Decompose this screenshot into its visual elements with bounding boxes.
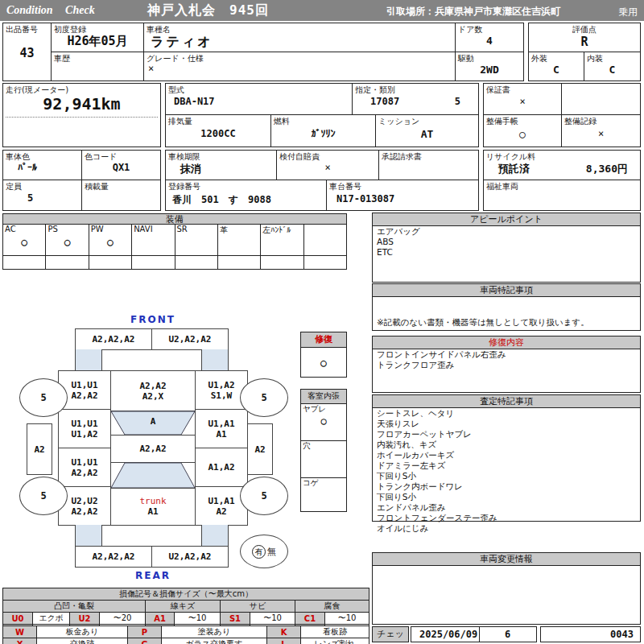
appeal-item: ETC [373, 247, 640, 258]
inspection-value: 抹消 [180, 162, 201, 176]
legend-mark-code: X [3, 638, 37, 644]
drive-cell: 駆動 2WD [455, 52, 524, 81]
left-side-sill-codes: A2 [34, 444, 44, 455]
registration-number-cell: 登録番号 香川 501 す 9088 [165, 180, 327, 211]
equipment-row: AC ○ PS ○ PW ○ NAVI SR 革 左ﾊﾝﾄﾞﾙ [2, 224, 347, 256]
vehicle-class: 乗用 [618, 6, 638, 19]
exterior-grade-label: 外装 [531, 53, 547, 64]
rear-right-door-cell: A1,A2 [195, 448, 248, 487]
rear-bumper-left-cell: A2,A2,A2 [75, 546, 152, 568]
equipment-cell-spare [304, 225, 346, 255]
equipment-header: 装備 [2, 213, 347, 225]
repair-item: フロントインサイドパネル右歪み [373, 349, 640, 360]
vehicle-notes-panel: 車両特記事項 ※記載のない書類・機器等は無しとして取り扱います。 [372, 283, 641, 331]
front-right-fender-cell: U1,A2 S1,W [195, 370, 248, 410]
warranty-cell: 保証書 × [483, 83, 562, 115]
displacement-label: 排気量 [168, 116, 192, 127]
lot-number-value: 43 [3, 46, 51, 60]
rear-label: REAR [8, 570, 298, 581]
lot-number-label: 出品番号 [6, 24, 38, 35]
score-cell: 評価点 R [528, 23, 641, 52]
welfare-vehicle-cell: 福祉車両 [483, 180, 641, 211]
equipment-lhd-label: 左ﾊﾝﾄﾞﾙ [262, 225, 291, 236]
chassis-number-label: 車台番号 [329, 181, 361, 192]
legend-size: 〜10 [325, 613, 369, 625]
legend-mark-code: P [128, 626, 162, 638]
front-bumper-left-cell: A2,A2,A2 [75, 328, 152, 350]
left-side-sill-cell: A2 [27, 423, 52, 475]
appeal-points-header: アピールポイント [373, 213, 640, 226]
cabin-row-hole: 穴 [301, 441, 346, 478]
maintenance-book-label: 整備手帳 [486, 116, 518, 127]
windshield-shape: A [110, 411, 196, 436]
equipment-cell-ac: AC ○ [3, 225, 46, 255]
legend-size: エクボ [33, 613, 70, 625]
fuel-cell: 燃料 ｶﾞｿﾘﾝ [270, 114, 376, 147]
assessment-item: フロントフェンダーステー歪み [373, 513, 640, 523]
equipment-pw-value: ○ [89, 236, 131, 248]
score-value: R [529, 35, 640, 49]
front-right-wheel-value: 5 [261, 392, 266, 403]
maintenance-book-value: ○ [484, 128, 561, 140]
front-label: FRONT [8, 314, 298, 325]
legend-mark-code: G [128, 638, 162, 644]
model-code-label: 型式 [168, 85, 184, 96]
mileage-divider [6, 117, 158, 118]
front-left-wheel-value: 5 [40, 392, 46, 403]
right-side-sill-cell: A2 [247, 423, 273, 475]
transmission-cell: ミッション AT [375, 114, 479, 147]
damage-mark-legend: W 板金あり P 塗装あり K 看板跡 X 交換跡 G ガラス交換要す L レン… [2, 625, 369, 644]
trunk-cell: trunk A1 [110, 488, 196, 526]
damage-diagram: FRONT A2,A2,A2 U2,A2,A2 U1,U1 A2,A2 A2,A… [8, 312, 298, 594]
equipment-pw-label: PW [91, 225, 104, 233]
equipment-sr-label: SR [177, 225, 188, 233]
repair-flag-box: 修復 ○ [300, 332, 347, 378]
rear-right-wheel: 5 [240, 477, 288, 515]
first-registration-cell: 初度登録 H26年05月 [51, 23, 144, 52]
mileage-cell: 走行(現メーター) 92,941km [2, 83, 161, 147]
designation-class: 5 [455, 96, 460, 107]
rear-left-wheel: 5 [19, 477, 68, 515]
roof-cell: A2,A2 [110, 435, 196, 463]
chassis-number-cell: 車台番号 N17-013087 [326, 180, 479, 211]
equipment-cell-navi: NAVI [132, 225, 175, 255]
hood-cell: A2,A2 A2,X [110, 370, 196, 411]
model-name-cell: 車種名 ラティオ [143, 23, 456, 52]
recycle-fee-label: リサイクル料 [486, 151, 535, 163]
lot-number-cell: 出品番号 43 [2, 23, 52, 81]
load-capacity-label: 積載量 [85, 181, 109, 192]
legend-group-dent: 凸凹・亀裂 [3, 601, 146, 613]
assessment-item: 天張りスレ [373, 419, 640, 429]
cabin-interior-box: 客室内張 ヤブレ ○ 穴 コゲ [300, 389, 347, 512]
equipment-ps-label: PS [47, 225, 57, 233]
equipment-ps-value: ○ [46, 236, 88, 248]
change-info-header: 車両変更情報 [373, 553, 640, 566]
legend-size: 〜10 [175, 613, 221, 625]
repair-details-header: 修復内容 [373, 336, 640, 349]
chassis-number-value: N17-013087 [336, 193, 394, 204]
front-left-wheel: 5 [19, 378, 68, 417]
insurance-cell: 検付自賠責 × [276, 150, 379, 180]
grade-value: × [148, 63, 154, 74]
assessment-item: トランク内ボードワレ [373, 481, 640, 492]
legend-title: 損傷記号＆損傷サイズ（〜最大cm） [3, 588, 369, 601]
interior-grade-value: C [584, 64, 640, 76]
rear-bumper-left-codes: A2,A2,A2 [93, 551, 135, 562]
rear-right-quarter-codes: U1,A1 A2 [208, 496, 234, 517]
legend-mark-code: K [267, 626, 301, 638]
check-date-value: 2025/06/09 [419, 629, 477, 640]
right-side-sill-codes: A2 [254, 444, 265, 455]
warranty-label: 保証書 [486, 85, 510, 96]
fuel-label: 燃料 [274, 116, 290, 127]
legend-code: U2 [70, 613, 100, 625]
roof-codes: A2,A2 [139, 444, 166, 454]
spare-present-mark: 有 [252, 545, 266, 559]
exterior-grade-cell: 外装 C [528, 52, 584, 81]
legend-mark-code: W [3, 626, 37, 638]
legend-group-rust: サビ [221, 601, 295, 613]
appeal-item: エアバッグ [373, 226, 640, 237]
front-left-fender-codes: U1,U1 A2,A2 [71, 380, 97, 401]
front-bumper-left-codes: A2,A2,A2 [93, 334, 135, 345]
equipment-cell-sr: SR [175, 225, 218, 255]
maintenance-record-value: × [562, 128, 640, 139]
